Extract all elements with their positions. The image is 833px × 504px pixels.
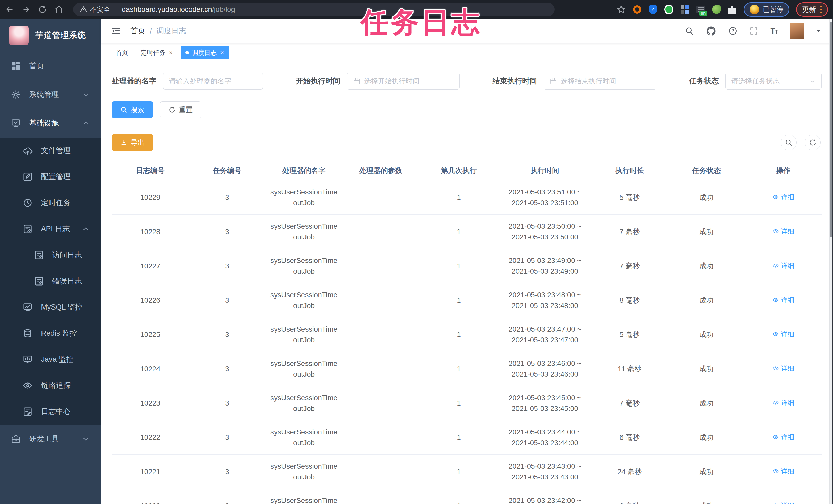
search-button[interactable]: 搜索: [112, 101, 153, 118]
filter-item-1: 开始执行时间选择开始执行时间: [296, 73, 460, 90]
sidebar-item-13[interactable]: 日志中心: [0, 399, 101, 425]
calendar-icon: [549, 77, 557, 85]
cell-exec-index: 1: [419, 180, 499, 215]
cell-log-id: 10224: [112, 352, 189, 386]
sidebar-item-0[interactable]: 首页: [0, 52, 101, 80]
avatar-caret-icon[interactable]: [816, 30, 821, 35]
detail-link[interactable]: 详细: [772, 433, 794, 442]
breadcrumb-home[interactable]: 首页: [130, 26, 145, 36]
scrollbar[interactable]: [829, 19, 833, 504]
extension-orange-icon[interactable]: [633, 5, 642, 14]
user-avatar[interactable]: [790, 23, 804, 40]
profile-paused-badge[interactable]: 已暂停: [744, 2, 789, 17]
cell-exec-time: 2021-05-03 23:47:00 ~2021-05-03 23:47:00: [499, 318, 591, 352]
sidebar-item-1[interactable]: 系统管理: [0, 80, 101, 109]
sidebar-item-7[interactable]: 访问日志: [0, 242, 101, 268]
sidebar-item-4[interactable]: 配置管理: [0, 164, 101, 190]
cell-log-id: 10226: [112, 283, 189, 318]
help-icon[interactable]: [728, 26, 737, 35]
table-tools: [781, 134, 821, 150]
fullscreen-icon[interactable]: [749, 26, 759, 35]
table-row: 10226 3 sysUserSessionTimeoutJob 1 2021-…: [112, 283, 822, 318]
extension-on-badge-icon[interactable]: on: [696, 5, 705, 14]
detail-link[interactable]: 详细: [772, 261, 794, 270]
home-icon[interactable]: [54, 5, 64, 14]
tab-1[interactable]: 定时任务 ×: [136, 46, 177, 59]
refresh-icon[interactable]: [805, 134, 821, 150]
tab-0[interactable]: 首页: [111, 46, 133, 59]
extension-grid-icon[interactable]: [680, 5, 689, 14]
filter-date-picker-2[interactable]: 选择结束执行时间: [544, 73, 656, 90]
url-path: /job/log: [212, 5, 235, 14]
extension-green-check-icon[interactable]: [664, 5, 673, 14]
cell-log-id: 10229: [112, 180, 189, 215]
extensions-puzzle-icon[interactable]: [728, 5, 737, 14]
cell-handler: sysUserSessionTimeoutJob: [265, 283, 342, 318]
sidebar-item-5[interactable]: 定时任务: [0, 190, 101, 216]
cell-task-id: 3: [189, 180, 265, 215]
sidebar-toggle-icon[interactable]: [111, 26, 121, 36]
scrollbar-thumb[interactable]: [830, 22, 832, 237]
sidebar-item-2[interactable]: 基础设施: [0, 109, 101, 137]
forward-icon[interactable]: [22, 5, 31, 14]
cell-log-id: 10227: [112, 249, 189, 283]
eye-icon: [772, 297, 779, 303]
detail-link[interactable]: 详细: [772, 227, 794, 236]
close-icon[interactable]: ×: [220, 50, 224, 56]
cell-exec-time: 2021-05-03 23:50:00 ~2021-05-03 23:50:00: [499, 215, 591, 249]
extension-blue-icon[interactable]: ✓: [648, 5, 658, 14]
cell-handler: sysUserSessionTimeoutJob: [265, 352, 342, 386]
detail-link[interactable]: 详细: [772, 296, 794, 304]
cell-task-id: 3: [189, 283, 265, 318]
sidebar-item-11[interactable]: Java 监控: [0, 346, 101, 373]
extension-leaf-icon[interactable]: [712, 5, 721, 14]
reset-button[interactable]: 重置: [160, 101, 201, 118]
toggle-search-icon[interactable]: [781, 134, 796, 150]
browser-update-button[interactable]: 更新: [796, 2, 828, 17]
export-button[interactable]: 导出: [112, 134, 153, 151]
sidebar-item-10[interactable]: Redis 监控: [0, 320, 101, 346]
reload-icon[interactable]: [38, 5, 47, 14]
log-icon: [23, 224, 33, 234]
sidebar-item-6[interactable]: API 日志: [0, 216, 101, 242]
chevron-down-icon: [82, 91, 90, 99]
app-logo-row[interactable]: 芋道管理系统: [0, 19, 101, 52]
font-size-icon[interactable]: TT: [770, 27, 778, 35]
search-icon[interactable]: [685, 26, 694, 35]
log-icon: [34, 276, 44, 286]
sidebar-item-3[interactable]: 文件管理: [0, 137, 101, 164]
app-title: 芋道管理系统: [35, 30, 86, 41]
table-row: 10224 3 sysUserSessionTimeoutJob 1 2021-…: [112, 352, 822, 386]
github-icon[interactable]: [706, 26, 716, 36]
bookmark-star-icon[interactable]: [617, 5, 626, 14]
tab-2[interactable]: 调度日志 ×: [181, 46, 229, 59]
handler-name-input[interactable]: [169, 77, 257, 85]
detail-link[interactable]: 详细: [772, 398, 794, 407]
not-secure-warning-icon[interactable]: [80, 6, 87, 13]
cell-duration: 5 毫秒: [591, 318, 668, 352]
cell-task-id: 3: [189, 215, 265, 249]
job-log-table-wrap: 日志编号任务编号处理器的名字处理器的参数第几次执行执行时间执行时长任务状态操作 …: [112, 161, 822, 504]
filter-date-picker-1[interactable]: 选择开始执行时间: [347, 73, 460, 90]
back-icon[interactable]: [5, 5, 14, 14]
cell-exec-time: 2021-05-03 23:51:00 ~2021-05-03 23:51:00: [499, 180, 591, 215]
detail-link[interactable]: 详细: [772, 501, 794, 504]
address-bar[interactable]: 不安全 dashboard.yudao.iocoder.cn /job/log: [73, 3, 555, 16]
close-icon[interactable]: ×: [169, 50, 173, 56]
cell-handler: sysUserSessionTimeoutJob: [265, 318, 342, 352]
cell-duration: 7 毫秒: [591, 249, 668, 283]
sidebar-item-9[interactable]: MySQL 监控: [0, 294, 101, 320]
browser-menu-icon[interactable]: [820, 6, 822, 13]
detail-link[interactable]: 详细: [772, 364, 794, 373]
cell-param: [342, 386, 419, 420]
cell-handler: sysUserSessionTimeoutJob: [265, 215, 342, 249]
sidebar-item-8[interactable]: 错误日志: [0, 268, 101, 294]
task-status-select[interactable]: 请选择任务状态: [725, 73, 822, 90]
sidebar-item-12[interactable]: 链路追踪: [0, 373, 101, 399]
cell-actions: 详细: [745, 180, 822, 215]
detail-link[interactable]: 详细: [772, 467, 794, 476]
cell-status: 成功: [668, 249, 745, 283]
detail-link[interactable]: 详细: [772, 193, 794, 202]
sidebar-item-14[interactable]: 研发工具: [0, 425, 101, 453]
detail-link[interactable]: 详细: [772, 330, 794, 339]
